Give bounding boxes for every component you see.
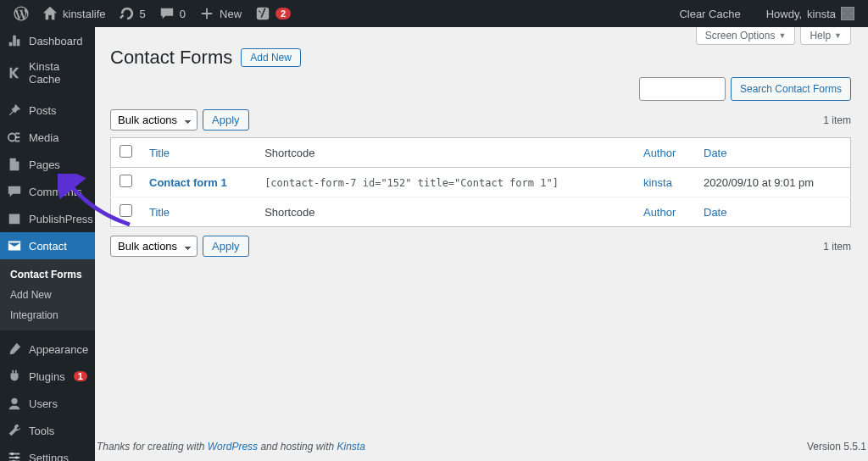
col-title-foot[interactable]: Title: [141, 197, 256, 227]
help-tab[interactable]: Help▼: [800, 27, 851, 45]
yoast[interactable]: 2: [248, 0, 298, 27]
new-content[interactable]: New: [192, 0, 248, 27]
admin-sidebar: Dashboard Kinsta Cache Posts Media Pages…: [0, 27, 95, 461]
forms-table: Title Shortcode Author Date Contact form…: [110, 137, 851, 227]
menu-comments[interactable]: Comments: [0, 178, 95, 205]
row-checkbox[interactable]: [120, 175, 132, 187]
wrench-icon: [7, 423, 22, 438]
search-button[interactable]: Search Contact Forms: [731, 77, 851, 101]
admin-footer: Thanks for creating with WordPress and h…: [95, 432, 868, 461]
wp-logo[interactable]: [7, 0, 36, 27]
admin-bar: kinstalife 5 0 New 2 Clear Cache Howdy, …: [0, 0, 868, 27]
plug-icon: [7, 369, 22, 384]
col-shortcode: Shortcode: [256, 138, 635, 168]
col-author-foot[interactable]: Author: [635, 197, 695, 227]
date-cell: 2020/09/10 at 9:01 pm: [695, 168, 851, 197]
svg-point-4: [15, 456, 19, 459]
clear-cache[interactable]: Clear Cache: [672, 0, 747, 27]
col-date-foot[interactable]: Date: [695, 197, 851, 227]
updates[interactable]: 5: [113, 0, 153, 27]
kinsta-icon: [7, 65, 22, 81]
pin-icon: [7, 103, 22, 118]
avatar: [841, 7, 854, 20]
refresh-icon: [120, 6, 135, 21]
menu-users[interactable]: Users: [0, 390, 95, 417]
menu-kinsta-cache[interactable]: Kinsta Cache: [0, 54, 95, 92]
media-icon: [7, 130, 22, 145]
apply-button-bottom[interactable]: Apply: [203, 236, 249, 257]
item-count-bottom: 1 item: [823, 241, 851, 253]
yoast-icon: [255, 6, 270, 21]
menu-posts[interactable]: Posts: [0, 97, 95, 124]
main-content: Screen Options▼ Help▼ Contact Forms Add …: [95, 27, 868, 461]
yoast-badge: 2: [275, 8, 291, 19]
chevron-down-icon: ▼: [778, 31, 786, 40]
version-text: Version 5.5.1: [807, 441, 866, 453]
svg-point-2: [11, 398, 17, 404]
col-author[interactable]: Author: [635, 138, 695, 168]
plugins-badge: 1: [74, 371, 87, 381]
col-shortcode-foot: Shortcode: [256, 197, 635, 227]
comments[interactable]: 0: [153, 0, 192, 27]
menu-publishpress[interactable]: PublishPress: [0, 205, 95, 232]
site-name[interactable]: kinstalife: [36, 0, 113, 27]
menu-media[interactable]: Media: [0, 124, 95, 151]
dashboard-icon: [7, 33, 22, 48]
sliders-icon: [7, 450, 22, 461]
calendar-icon: [7, 211, 22, 226]
item-count-top: 1 item: [823, 114, 851, 126]
plus-icon: [199, 6, 214, 21]
mail-icon: [7, 238, 22, 253]
submenu-integration[interactable]: Integration: [0, 305, 95, 325]
select-all-bottom[interactable]: [120, 204, 132, 217]
chevron-down-icon: ▼: [834, 31, 842, 40]
menu-plugins[interactable]: Plugins1: [0, 363, 95, 390]
home-icon: [42, 6, 58, 21]
new-label: New: [220, 8, 242, 20]
wordpress-link[interactable]: WordPress: [208, 441, 258, 453]
table-row: Contact form 1 [contact-form-7 id="152" …: [111, 168, 851, 197]
page-icon: [7, 157, 22, 172]
bulk-actions-select[interactable]: Bulk actions: [110, 109, 198, 131]
clear-cache-label: Clear Cache: [679, 8, 740, 20]
col-date[interactable]: Date: [695, 138, 851, 168]
menu-pages[interactable]: Pages: [0, 151, 95, 178]
site-name-text: kinstalife: [63, 8, 106, 20]
screen-options-tab[interactable]: Screen Options▼: [696, 27, 796, 45]
comment-icon: [159, 6, 175, 21]
submenu-contact: Contact Forms Add New Integration: [0, 259, 95, 330]
submenu-contact-forms[interactable]: Contact Forms: [0, 264, 95, 285]
comments-count: 0: [180, 8, 186, 20]
user-icon: [7, 396, 22, 411]
bulk-actions-select-bottom[interactable]: Bulk actions: [110, 236, 198, 257]
apply-button-top[interactable]: Apply: [203, 109, 249, 131]
select-all-top[interactable]: [120, 145, 132, 158]
search-input[interactable]: [639, 77, 726, 101]
username: kinsta: [807, 8, 836, 20]
svg-point-3: [11, 453, 14, 456]
menu-appearance[interactable]: Appearance: [0, 336, 95, 363]
menu-tools[interactable]: Tools: [0, 417, 95, 444]
shortcode-text[interactable]: [contact-form-7 id="152" title="Contact …: [264, 177, 559, 189]
brush-icon: [7, 342, 22, 357]
my-account[interactable]: Howdy, kinsta: [760, 0, 861, 27]
wordpress-icon: [14, 6, 29, 21]
menu-contact[interactable]: Contact: [0, 232, 95, 259]
menu-dashboard[interactable]: Dashboard: [0, 27, 95, 54]
menu-settings[interactable]: Settings: [0, 444, 95, 461]
add-new-button[interactable]: Add New: [241, 48, 301, 67]
kinsta-link[interactable]: Kinsta: [337, 441, 364, 453]
comments-icon: [7, 184, 22, 199]
page-title: Contact Forms: [110, 47, 232, 69]
form-title-link[interactable]: Contact form 1: [149, 176, 227, 189]
howdy: Howdy,: [766, 8, 802, 20]
submenu-add-new[interactable]: Add New: [0, 285, 95, 305]
author-link[interactable]: kinsta: [643, 176, 672, 189]
svg-point-1: [8, 134, 16, 142]
updates-count: 5: [140, 8, 146, 20]
col-title[interactable]: Title: [141, 138, 256, 168]
